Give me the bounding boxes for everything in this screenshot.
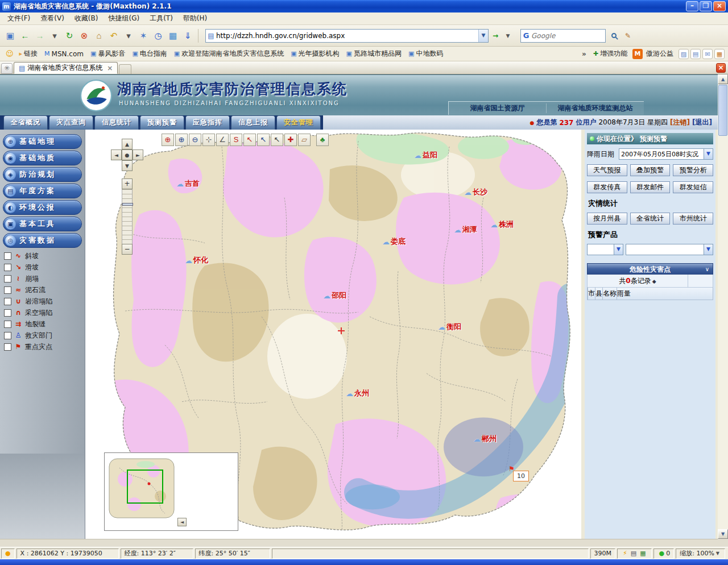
- layer-row[interactable]: ∿ 斜坡: [0, 250, 85, 261]
- menu-item[interactable]: 工具(T): [144, 13, 178, 24]
- identify-tool[interactable]: ↖: [243, 134, 256, 146]
- search-box[interactable]: G: [520, 29, 606, 43]
- panel-action-button[interactable]: 群发邮件: [630, 181, 671, 193]
- menu-item[interactable]: 文件(F): [2, 13, 35, 24]
- timer-button[interactable]: ◷: [151, 28, 165, 43]
- panel-action-button[interactable]: 群发传真: [587, 181, 627, 193]
- new-page-button[interactable]: ▣: [3, 28, 17, 43]
- charity-icon[interactable]: M: [632, 49, 643, 59]
- layer-checkbox[interactable]: [4, 286, 11, 294]
- search-input[interactable]: [531, 30, 605, 41]
- links-overflow-chevron[interactable]: »: [578, 50, 590, 58]
- snap-button[interactable]: ▦: [166, 28, 180, 43]
- menu-item[interactable]: 帮助(H): [178, 13, 212, 24]
- stats-button[interactable]: 按月州县: [587, 213, 627, 225]
- banner-link[interactable]: 湖南省地质环境监测总站: [546, 103, 644, 113]
- undo-dropdown[interactable]: ▾: [122, 28, 135, 43]
- scrollbar-thumb[interactable]: [718, 85, 727, 136]
- back-button[interactable]: ←: [18, 28, 32, 43]
- overview-collapse-button[interactable]: ◄: [177, 518, 187, 526]
- stats-button[interactable]: 市州统计: [673, 213, 713, 225]
- map-area[interactable]: ⊕⊕⊖⊹∠S↖↖↖✚▱ ♣ ▲◄●►▼ + − ☁ 吉首 ☁ 益阳 ☁ 长沙: [85, 130, 581, 539]
- layer-row[interactable]: ⚑ 重点灾点: [0, 341, 85, 352]
- go-button[interactable]: →: [490, 30, 501, 42]
- nav-tab[interactable]: 预测预警: [140, 115, 184, 130]
- forward-button[interactable]: →: [33, 28, 47, 43]
- zoom-out-tool[interactable]: ⊖: [189, 134, 201, 146]
- sidebar-button[interactable]: ▤ 年度方案: [3, 184, 82, 198]
- layer-row[interactable]: ⇉ 地裂缝: [0, 318, 85, 330]
- plugin-status-icon[interactable]: ●: [1, 549, 15, 559]
- print-icon[interactable]: ▤: [629, 550, 638, 557]
- chevron-down-icon[interactable]: ▼: [614, 244, 623, 255]
- link-item[interactable]: ▣ 觅路城市精品网: [343, 48, 405, 60]
- sidebar-button[interactable]: ▣ 基本工具: [3, 217, 82, 231]
- layer-row[interactable]: ↘ 滑坡: [0, 261, 85, 273]
- layer-checkbox[interactable]: [4, 264, 11, 271]
- nav-tab[interactable]: 灾点查询: [49, 115, 93, 130]
- link-item[interactable]: M MSN.com: [41, 49, 87, 59]
- layer-checkbox[interactable]: [4, 332, 11, 339]
- pan-left[interactable]: ◄: [111, 149, 122, 160]
- measure-tool[interactable]: ∠: [216, 134, 229, 146]
- zoom-slider[interactable]: [122, 189, 133, 244]
- pan-down[interactable]: ▼: [122, 160, 133, 171]
- link-item[interactable]: ▣ 欢迎登陆湖南省地质灾害信息系统: [171, 48, 287, 60]
- tab-list-button[interactable]: ✳: [1, 63, 13, 74]
- scroll-down-icon[interactable]: ▼: [718, 529, 728, 539]
- select-rect-tool[interactable]: ↖: [257, 134, 270, 146]
- overview-map[interactable]: ◄: [104, 452, 238, 531]
- address-options-dropdown[interactable]: ▼: [502, 30, 514, 42]
- panel-action-button[interactable]: 叠加预警: [630, 164, 671, 176]
- layer-checkbox[interactable]: [4, 298, 11, 305]
- stop-button[interactable]: ⊗: [77, 28, 91, 43]
- layer-checkbox[interactable]: [4, 343, 11, 351]
- folder-icon[interactable]: ▦: [638, 550, 647, 557]
- address-dropdown-icon[interactable]: ▼: [478, 30, 488, 42]
- link-item[interactable]: ▣ 中地数码: [405, 48, 446, 60]
- panel-action-button[interactable]: 预警分析: [673, 164, 713, 176]
- zoom-slider-thumb[interactable]: [122, 203, 133, 206]
- layer-row[interactable]: ∩ 采空塌陷: [0, 307, 85, 318]
- tab-active[interactable]: ▤ 湖南省地质灾害信息系统 ×: [14, 62, 118, 74]
- mail-icon[interactable]: ✉: [702, 49, 713, 59]
- zoom-in-tool[interactable]: ⊕: [175, 134, 188, 146]
- layer-checkbox[interactable]: [4, 309, 11, 317]
- undo-button[interactable]: ↶: [107, 28, 121, 43]
- skin-icon[interactable]: ▨: [679, 49, 689, 59]
- scroll-up-icon[interactable]: ▲: [718, 74, 728, 84]
- collapse-icon[interactable]: ∨: [705, 264, 709, 275]
- rain-flag-marker[interactable]: ⚑ 10: [513, 471, 529, 481]
- product-type-select[interactable]: ▼: [587, 244, 623, 255]
- danger-points-header[interactable]: 危险性灾害点 ∨: [587, 263, 713, 275]
- sidebar-button[interactable]: ◎ 灾害数据: [3, 233, 82, 248]
- nav-tab[interactable]: 信息上报: [231, 115, 275, 130]
- highlight-pen-icon[interactable]: ✎: [622, 30, 634, 42]
- sidebar-button[interactable]: ◉ 基础地质: [3, 151, 82, 165]
- close-button[interactable]: ×: [713, 1, 726, 11]
- close-tab-button[interactable]: ×: [716, 63, 726, 73]
- history-dropdown[interactable]: ▾: [48, 28, 61, 43]
- s-query-tool[interactable]: S: [230, 134, 242, 146]
- home-button[interactable]: ⌂: [92, 28, 106, 43]
- logout-link[interactable]: [注销]: [670, 118, 690, 127]
- layer-row[interactable]: ∪ 岩溶塌陷: [0, 296, 85, 307]
- pan-tool[interactable]: ⊹: [202, 134, 215, 146]
- panel-icon[interactable]: ▤: [690, 49, 701, 59]
- address-input[interactable]: [216, 30, 478, 41]
- menu-item[interactable]: 查看(V): [35, 13, 69, 24]
- nav-tab[interactable]: 安全管理: [276, 115, 321, 130]
- layer-tree-tool[interactable]: ♣: [316, 134, 329, 146]
- refresh-button[interactable]: ↻: [63, 28, 76, 43]
- enhance-link[interactable]: ✚ 增强功能: [590, 48, 631, 60]
- boost-icon[interactable]: ⚡: [621, 550, 629, 557]
- layer-checkbox[interactable]: [4, 275, 11, 282]
- panel-action-button[interactable]: 天气预报: [587, 164, 627, 176]
- link-item[interactable]: ▣ 电台指南: [129, 48, 170, 60]
- banner-link[interactable]: 湖南省国土资源厅: [449, 103, 546, 113]
- pan-center[interactable]: ●: [122, 149, 133, 160]
- horizontal-scroll-area[interactable]: [0, 539, 718, 547]
- link-item[interactable]: ▣ 暴风影音: [87, 48, 129, 60]
- rain-date-select[interactable]: 2007年05月05日08时实况 ▼: [619, 148, 713, 160]
- sidebar-button[interactable]: ◈ 防治规划: [3, 167, 82, 182]
